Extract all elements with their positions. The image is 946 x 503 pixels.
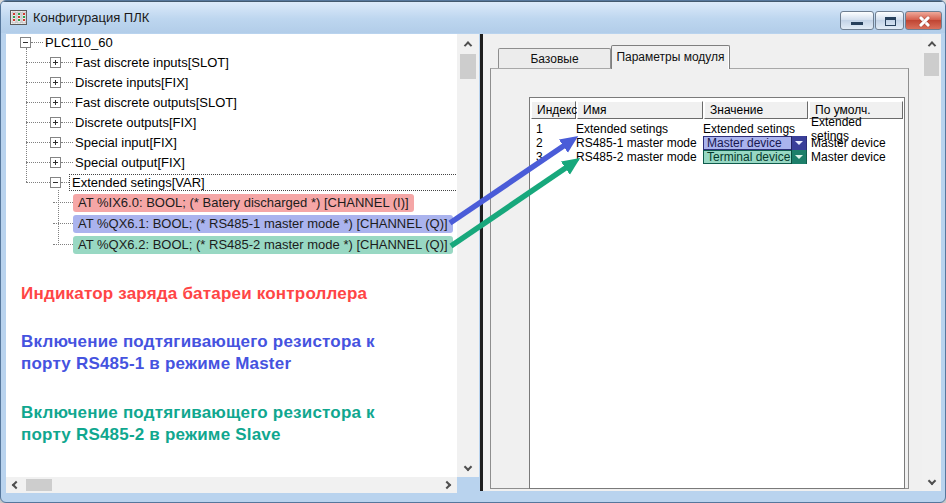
- scroll-down-button[interactable]: [922, 473, 941, 489]
- column-header-value[interactable]: Значение: [704, 101, 808, 119]
- table-row: 2 RS485-1 master mode Master device Mast…: [531, 136, 903, 150]
- chevron-up-icon: [927, 41, 935, 49]
- dropdown-button[interactable]: [791, 136, 806, 150]
- expand-icon[interactable]: [50, 117, 61, 128]
- table-row: 3 RS485-2 master mode Terminal device Ma…: [531, 150, 903, 164]
- tree-item-label[interactable]: Discrete inputs[FIX]: [73, 75, 190, 90]
- chevron-down-icon: [927, 477, 935, 485]
- tab-base-parameters[interactable]: Базовые параметры: [498, 48, 611, 68]
- cell-name: RS485-2 master mode: [576, 150, 703, 164]
- collapse-icon[interactable]: [50, 177, 61, 188]
- chevron-up-icon: [464, 41, 472, 49]
- tree-channel-rs485-2[interactable]: AT %QX6.2: BOOL; (* RS485-2 master mode …: [53, 235, 453, 254]
- chevron-down-icon: [464, 463, 472, 471]
- dropdown-button[interactable]: [791, 150, 806, 164]
- maximize-icon: [885, 17, 896, 26]
- tree-horizontal-scrollbar[interactable]: [6, 477, 457, 493]
- cell-default: Master device: [807, 150, 903, 164]
- expand-icon[interactable]: [50, 157, 61, 168]
- parameters-table: Индекс Имя Значение По умолч. 1 Extended…: [529, 97, 905, 489]
- scrollbar-thumb[interactable]: [460, 54, 476, 79]
- expand-icon[interactable]: [50, 57, 61, 68]
- annotation-rs485-1: Включение подтягивающего резистора к пор…: [21, 331, 375, 375]
- scroll-right-button[interactable]: [439, 477, 455, 493]
- chevron-left-icon: [12, 481, 20, 489]
- window-title: Конфигурация ПЛК: [33, 10, 149, 25]
- tree-item-fast-discrete-inputs[interactable]: Fast discrete inputs[SLOT]: [26, 52, 231, 72]
- tree-item-label[interactable]: Discrete outputs[FIX]: [73, 115, 198, 130]
- tree-item-label[interactable]: Fast discrete inputs[SLOT]: [73, 55, 231, 70]
- annotation-rs485-2: Включение подтягивающего резистора к пор…: [21, 402, 375, 446]
- tab-module-parameters[interactable]: Параметры модуля: [611, 45, 730, 69]
- tree-vertical-scrollbar[interactable]: [457, 34, 479, 477]
- pane-vertical-scrollbar[interactable]: [922, 34, 941, 491]
- scroll-up-button[interactable]: [457, 36, 479, 52]
- annotation-battery: Индикатор заряда батареи контроллера: [21, 283, 367, 305]
- tree-channel-battery[interactable]: AT %IX6.0: BOOL; (* Batery discharged *)…: [53, 193, 414, 212]
- plc-configuration-window: Конфигурация ПЛК PLC110_60 Fast discrete…: [0, 0, 946, 503]
- value-dropdown-rs485-2[interactable]: Terminal device: [703, 150, 807, 164]
- cell-index: 2: [531, 136, 576, 150]
- minimize-icon: [851, 22, 863, 25]
- tree-connector: [31, 42, 43, 43]
- channel-label-rs485-1[interactable]: AT %QX6.1: BOOL; (* RS485-1 master mode …: [73, 215, 453, 233]
- plc-grid-icon: [10, 10, 27, 25]
- scrollbar-thumb[interactable]: [26, 479, 52, 491]
- tree-item-special-output[interactable]: Special output[FIX]: [26, 152, 187, 172]
- cell-default: Master device: [807, 136, 903, 150]
- expand-icon[interactable]: [50, 77, 61, 88]
- module-parameters-page: Индекс Имя Значение По умолч. 1 Extended…: [490, 68, 909, 489]
- tree-channel-rs485-1[interactable]: AT %QX6.1: BOOL; (* RS485-1 master mode …: [53, 214, 453, 233]
- tree-item-root[interactable]: PLC110_60: [20, 32, 115, 52]
- expand-icon[interactable]: [50, 97, 61, 108]
- dropdown-arrow-icon: [795, 155, 803, 159]
- scroll-left-button[interactable]: [8, 477, 24, 493]
- tree-item-label[interactable]: Fast discrete outputs[SLOT]: [73, 95, 239, 110]
- maximize-button[interactable]: [875, 11, 904, 30]
- expand-icon[interactable]: [50, 137, 61, 148]
- scroll-down-button[interactable]: [457, 459, 479, 475]
- cell-index: 1: [531, 122, 576, 136]
- cell-name: RS485-1 master mode: [576, 136, 703, 150]
- tree-item-label[interactable]: Special input[FIX]: [73, 135, 179, 150]
- tree-item-fast-discrete-outputs[interactable]: Fast discrete outputs[SLOT]: [26, 92, 239, 112]
- collapse-icon[interactable]: [20, 37, 31, 48]
- scroll-up-button[interactable]: [922, 36, 941, 52]
- channel-label-battery[interactable]: AT %IX6.0: BOOL; (* Batery discharged *)…: [73, 194, 414, 212]
- cell-index: 3: [531, 150, 576, 164]
- tree-item-extended-setings[interactable]: Extended setings[VAR]: [26, 172, 460, 192]
- chevron-right-icon: [443, 481, 451, 489]
- tree-item-discrete-outputs[interactable]: Discrete outputs[FIX]: [26, 112, 198, 132]
- column-header-index[interactable]: Индекс: [531, 101, 576, 119]
- tree-item-special-input[interactable]: Special input[FIX]: [26, 132, 179, 152]
- titlebar[interactable]: Конфигурация ПЛК: [1, 1, 946, 33]
- close-button[interactable]: [905, 11, 942, 30]
- tree-item-discrete-inputs[interactable]: Discrete inputs[FIX]: [26, 72, 190, 92]
- dropdown-arrow-icon: [795, 141, 803, 145]
- parameters-pane: Базовые параметры Параметры модуля Индек…: [483, 34, 922, 491]
- channel-label-rs485-2[interactable]: AT %QX6.2: BOOL; (* RS485-2 master mode …: [73, 236, 453, 254]
- tree-item-label[interactable]: Special output[FIX]: [73, 155, 187, 170]
- cell-name: Extended setings: [576, 122, 703, 136]
- tree-item-label[interactable]: PLC110_60: [43, 35, 115, 50]
- column-header-name[interactable]: Имя: [577, 101, 703, 119]
- tree-item-label-focused[interactable]: Extended setings[VAR]: [69, 174, 460, 191]
- scrollbar-thumb[interactable]: [924, 53, 939, 76]
- cell-value[interactable]: Extended setings: [703, 122, 807, 136]
- table-row: 1 Extended setings Extended setings Exte…: [531, 122, 903, 136]
- value-dropdown-rs485-1[interactable]: Master device: [703, 136, 807, 150]
- minimize-button[interactable]: [840, 11, 874, 30]
